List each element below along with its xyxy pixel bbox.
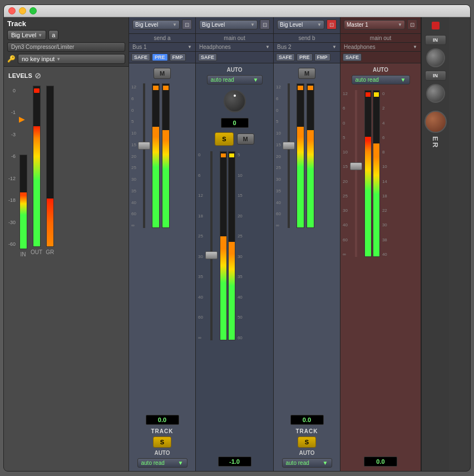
dropdown-arrow-icon: ▼ [38, 33, 42, 38]
channel-2: Big Level ▼ ⊡ main out Headphones ▼ [196, 17, 274, 471]
ch4-safe-button[interactable]: SAFE [343, 53, 362, 61]
ch1-copy-button[interactable]: ⊡ [182, 19, 192, 29]
ch2-s-button[interactable]: S [215, 132, 233, 146]
ch4-scale-left: 12 6 0 5 10 15 20 25 30 40 60 ∞ [343, 90, 348, 257]
ch3-m-button[interactable]: M [298, 68, 315, 79]
ch1-meter-left [152, 83, 160, 228]
ch2-name-dropdown[interactable]: Big Level ▼ [199, 20, 258, 29]
ch3-name-dropdown[interactable]: Big Level ▼ [277, 20, 324, 29]
ch2-top-row: Big Level ▼ ⊡ [199, 19, 270, 29]
ch3-safe-button[interactable]: SAFE [276, 53, 295, 61]
ch3-s-button[interactable]: S [298, 437, 316, 448]
close-button[interactable] [8, 7, 16, 14]
ch4-fader-knob[interactable] [350, 162, 362, 170]
ch2-copy-button[interactable]: ⊡ [260, 19, 270, 29]
ch2-safe-button[interactable]: SAFE [198, 53, 217, 61]
levels-icon: ⊘ [34, 71, 41, 80]
in-button-1[interactable]: IN [425, 35, 446, 45]
ch1-header: Big Level ▼ ⊡ [129, 17, 195, 34]
plugin-button[interactable]: Dyn3 Compressor/Limiter [7, 42, 125, 52]
ch4-auto-arrow-icon: ▼ [401, 77, 406, 83]
levels-section: LEVELS ⊘ 0 -1 -3 -6 -12 -18 -30 -60 [4, 67, 129, 471]
ch4-body: AUTO auto read ▼ 12 6 0 5 10 15 [340, 63, 421, 471]
out-meter-column: OUT [31, 86, 42, 255]
ch2-bus: Headphones ▼ [196, 43, 273, 52]
ch1-fader-knob[interactable] [138, 142, 150, 150]
plugin-row: Dyn3 Compressor/Limiter [7, 42, 125, 52]
play-button[interactable]: ▶ [19, 115, 25, 123]
ch4-name-dropdown[interactable]: Master 1 ▼ [344, 20, 405, 29]
ch2-meter-left [220, 151, 227, 340]
ch3-auto-label: AUTO [299, 449, 314, 457]
ch3-auto-dropdown[interactable]: auto read ▼ [282, 458, 332, 468]
ch2-knob-dot [234, 95, 236, 97]
track-controls-row: Big Level ▼ a [7, 30, 125, 40]
ch2-fader-knob[interactable] [205, 251, 218, 259]
er-label: ER [431, 136, 440, 148]
ch1-pre-button[interactable]: PRE [152, 53, 168, 61]
ch2-header: Big Level ▼ ⊡ [196, 17, 273, 34]
title-bar [4, 5, 470, 17]
a-button[interactable]: a [48, 30, 58, 40]
ch2-auto-dropdown[interactable]: auto read ▼ [207, 75, 263, 85]
ch1-auto-arrow: ▼ [178, 460, 184, 466]
ch4-header: Master 1 ▼ ⊡ [340, 17, 421, 34]
ch2-body: AUTO auto read ▼ 0 S M [196, 63, 273, 471]
key-input-arrow-icon: ▼ [56, 57, 61, 62]
ch2-value: -1.0 [218, 457, 251, 467]
ch2-meters [220, 151, 235, 340]
mixer-area: Big Level ▼ ⊡ send a Bus 1 ▼ S [129, 17, 470, 471]
ch1-auto-dropdown[interactable]: auto read ▼ [137, 458, 187, 468]
scale-column: 0 -1 -3 -6 -12 -18 -30 -60 [8, 86, 16, 247]
ch4-meters [364, 90, 380, 257]
ch4-scale-right: 0 2 4 6 8 10 14 18 22 30 38 40 [382, 90, 387, 257]
ch1-s-button[interactable]: S [153, 437, 171, 448]
hw-knob-1[interactable] [426, 48, 445, 67]
ch2-dropdown-arrow: ▼ [250, 22, 255, 27]
key-icon: 🔑 [7, 55, 16, 63]
ch2-m-button[interactable]: M [237, 133, 254, 145]
ch1-fmp-button[interactable]: FMP [170, 53, 186, 61]
ch1-send: send a [129, 34, 195, 43]
in-button-2[interactable]: IN [425, 71, 446, 81]
ch1-safe-button[interactable]: SAFE [131, 53, 150, 61]
ch3-auto-arrow: ▼ [323, 460, 328, 466]
content-area: Track Big Level ▼ a Dyn3 Compressor/Limi… [4, 17, 470, 471]
channel-1: Big Level ▼ ⊡ send a Bus 1 ▼ S [129, 17, 196, 471]
ch2-knob[interactable] [224, 90, 246, 112]
hw-knob-2[interactable] [426, 84, 445, 103]
ch3-copy-button[interactable]: ⊡ [327, 19, 337, 29]
ch3-fmp-button[interactable]: FMP [314, 53, 330, 61]
gr-label: GR [46, 249, 54, 255]
ch1-m-button[interactable]: M [154, 68, 171, 79]
ch2-safe-row: SAFE [196, 52, 273, 63]
maximize-button[interactable] [29, 7, 37, 14]
ch3-value: 0.0 [290, 415, 324, 425]
ch4-meter-left [364, 90, 372, 257]
ch1-meter-right [162, 83, 170, 228]
minimize-button[interactable] [19, 7, 26, 14]
ch2-scale-left: 0 6 12 18 25 30 35 40 60 ∞ [198, 151, 203, 340]
right-panel: IN IN ER [421, 17, 449, 471]
ch1-auto-label: AUTO [154, 449, 170, 457]
big-level-dropdown[interactable]: Big Level ▼ [7, 30, 46, 40]
hw-knob-3[interactable] [424, 111, 447, 133]
ch1-bus-arrow: ▼ [187, 44, 192, 49]
ch2-scale-right: 5 10 15 20 25 30 35 40 50 60 [238, 151, 243, 340]
ch1-top-row: Big Level ▼ ⊡ [132, 19, 192, 29]
ch4-auto-dropdown[interactable]: auto read ▼ [352, 75, 410, 85]
ch1-fader-container [139, 83, 150, 228]
key-input-dropdown[interactable]: no key input ▼ [18, 54, 125, 64]
levels-label: LEVELS ⊘ [8, 71, 124, 80]
ch3-fader-knob[interactable] [283, 142, 295, 150]
ch3-top-row: Big Level ▼ ⊡ [277, 19, 337, 29]
in-meter-column: ▶ IN [19, 86, 27, 257]
ch1-name-dropdown[interactable]: Big Level ▼ [132, 20, 180, 29]
ch3-dropdown-arrow: ▼ [317, 22, 322, 27]
ch2-center-value: 0 [221, 118, 249, 128]
ch3-pre-button[interactable]: PRE [297, 53, 313, 61]
ch3-meter-left [297, 83, 304, 228]
ch4-copy-button[interactable]: ⊡ [407, 19, 417, 29]
red-power-indicator [432, 22, 440, 29]
ch4-dropdown-arrow: ▼ [398, 22, 402, 27]
